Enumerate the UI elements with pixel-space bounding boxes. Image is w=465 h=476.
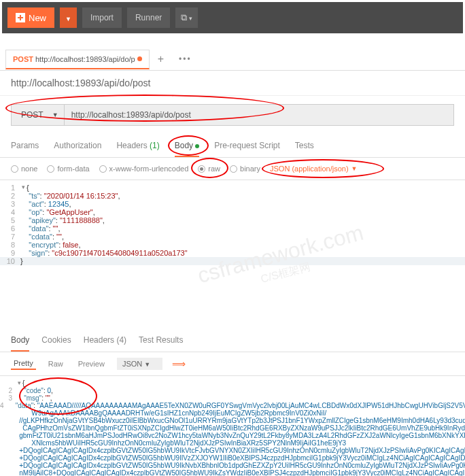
response-view-row: Pretty Raw Preview JSON ▼ ⟹ xyxy=(0,352,465,376)
body-type-formdata[interactable]: form-data xyxy=(47,165,89,173)
tab-params[interactable]: Params xyxy=(11,141,39,157)
request-tab[interactable]: POST http://localhost:19893/api/do/p xyxy=(5,50,150,69)
chevron-down-icon: ▼ xyxy=(52,112,58,118)
method-select[interactable]: POST ▼ xyxy=(11,104,65,126)
body-indicator-icon xyxy=(195,144,199,148)
body-type-binary[interactable]: binary xyxy=(230,165,260,173)
plus-icon xyxy=(16,13,25,22)
tab-method: POST xyxy=(13,55,33,63)
body-type-row: none form-data x-www-form-urlencoded raw… xyxy=(0,158,465,180)
tab-body[interactable]: Body xyxy=(175,141,199,157)
view-raw[interactable]: Raw xyxy=(46,358,66,369)
tab-prerequest[interactable]: Pre-request Script xyxy=(214,141,280,157)
response-format-select[interactable]: JSON ▼ xyxy=(117,358,162,370)
import-button[interactable]: Import xyxy=(82,7,122,28)
view-preview[interactable]: Preview xyxy=(75,358,107,369)
chevron-down-icon: ▼ xyxy=(351,165,358,172)
tab-authorization[interactable]: Authorization xyxy=(54,141,101,157)
body-type-none[interactable]: none xyxy=(11,165,37,173)
main-toolbar: New ▼ Import Runner ⧉ ▾ xyxy=(2,2,463,33)
response-tabs: Body Cookies Headers (4) Test Results xyxy=(0,330,465,352)
view-pretty[interactable]: Pretty xyxy=(11,358,36,370)
url-display: http://localhost:19893/api/do/post xyxy=(0,71,465,96)
body-type-raw[interactable]: raw xyxy=(198,165,220,173)
runner-button[interactable]: Runner xyxy=(127,7,170,28)
request-body-editor[interactable]: 1▾{ 2 "ts": "2020/01/14 16:15:23", 3 "ac… xyxy=(0,180,465,269)
tab-tests[interactable]: Tests xyxy=(295,141,314,157)
window-menu-button[interactable]: ⧉ ▾ xyxy=(175,7,198,28)
resp-tab-headers[interactable]: Headers (4) xyxy=(84,335,126,352)
request-tabs-row: POST http://localhost:19893/api/do/p + •… xyxy=(0,48,465,71)
resp-tab-cookies[interactable]: Cookies xyxy=(41,335,71,352)
url-input[interactable] xyxy=(65,104,454,126)
wrap-toggle-icon[interactable]: ⟹ xyxy=(172,358,186,369)
request-row: POST ▼ xyxy=(0,96,465,134)
request-section-tabs: Params Authorization Headers (1) Body Pr… xyxy=(0,134,465,158)
body-type-xwww[interactable]: x-www-form-urlencoded xyxy=(99,165,189,173)
unsaved-dot-icon xyxy=(137,56,142,61)
new-button[interactable]: New xyxy=(7,7,54,28)
content-type-select[interactable]: JSON (application/json) ▼ xyxy=(270,165,357,173)
tab-more-button[interactable]: ••• xyxy=(172,50,199,69)
new-dropdown[interactable]: ▼ xyxy=(60,7,77,28)
add-tab-button[interactable]: + xyxy=(150,48,172,70)
tab-headers[interactable]: Headers (1) xyxy=(116,141,159,157)
resp-tab-testresults[interactable]: Test Results xyxy=(139,335,183,352)
chevron-down-icon: ▼ xyxy=(65,16,71,22)
resp-tab-body[interactable]: Body xyxy=(11,335,29,352)
response-body-editor[interactable]: ▾{ 2 "code": 0, 3 "msg": "", 4 "data": "… xyxy=(0,376,465,476)
tab-title: http://localhost:19893/api/do/p xyxy=(35,55,135,63)
